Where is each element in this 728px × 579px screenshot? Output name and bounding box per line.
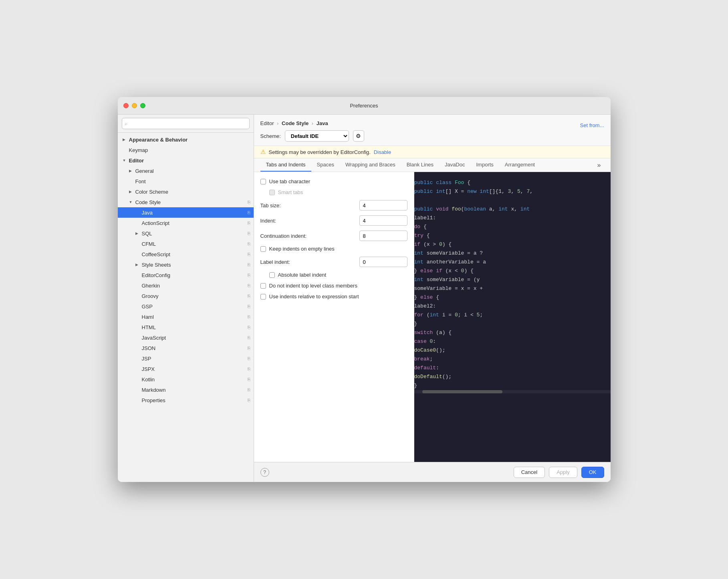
titlebar: Preferences xyxy=(118,97,611,115)
sidebar-item-coffeescript[interactable]: CoffeeScript⎘ xyxy=(118,249,254,259)
keep-indents-row: Keep indents on empty lines xyxy=(260,246,407,252)
code-scrollbar[interactable] xyxy=(414,390,611,393)
tabs-more-button[interactable]: » xyxy=(594,160,604,170)
breadcrumb: Editor › Code Style › Java xyxy=(260,120,328,126)
code-line: default: xyxy=(414,364,611,373)
keep-indents-label: Keep indents on empty lines xyxy=(269,246,335,252)
tab-blank-lines[interactable]: Blank Lines xyxy=(401,158,439,172)
no-indent-top-level-label: Do not indent top level class members xyxy=(269,283,357,289)
smart-tabs-label: Smart tabs xyxy=(278,189,303,195)
code-line: label2: xyxy=(414,302,611,311)
sidebar-item-sql[interactable]: ▶SQL⎘ xyxy=(118,228,254,239)
sidebar-item-style-sheets[interactable]: ▶Style Sheets⎘ xyxy=(118,259,254,270)
sidebar-item-gsp[interactable]: GSP⎘ xyxy=(118,301,254,312)
use-indents-relative-checkbox[interactable] xyxy=(260,294,266,300)
breadcrumb-sep1: › xyxy=(277,120,280,126)
tab-size-input[interactable] xyxy=(359,200,407,211)
tab-javadoc[interactable]: JavaDoc xyxy=(439,158,471,172)
code-line: int someVariable = a ? xyxy=(414,249,611,258)
search-wrap: ⌕ xyxy=(122,118,250,129)
use-indents-relative-label: Use indents relative to expression start xyxy=(269,294,359,300)
tab-arrangement[interactable]: Arrangement xyxy=(499,158,540,172)
cancel-button[interactable]: Cancel xyxy=(514,467,545,478)
tab-wrapping[interactable]: Wrapping and Braces xyxy=(340,158,401,172)
tab-imports[interactable]: Imports xyxy=(470,158,499,172)
code-line: } xyxy=(414,381,611,390)
set-from-link[interactable]: Set from... xyxy=(580,122,604,128)
sidebar-item-javascript[interactable]: JavaScript⎘ xyxy=(118,332,254,343)
code-line: break; xyxy=(414,355,611,364)
sidebar-item-editor[interactable]: ▼Editor xyxy=(118,155,254,166)
breadcrumb-sep2: › xyxy=(312,120,315,126)
breadcrumb-codestyle: Code Style xyxy=(282,120,309,126)
code-line: do { xyxy=(414,223,611,231)
sidebar-item-cfml[interactable]: CFML⎘ xyxy=(118,239,254,249)
gear-button[interactable]: ⚙ xyxy=(353,130,364,142)
settings-area: Use tab character Smart tabs Tab size: xyxy=(254,172,414,462)
tab-size-row: Tab size: xyxy=(260,200,407,211)
continuation-indent-label: Continuation indent: xyxy=(260,233,359,239)
absolute-label-indent-label: Absolute label indent xyxy=(278,272,327,278)
sidebar-item-properties[interactable]: Properties⎘ xyxy=(118,395,254,405)
code-line: switch (a) { xyxy=(414,328,611,337)
sidebar-item-kotlin[interactable]: Kotlin⎘ xyxy=(118,374,254,385)
code-line xyxy=(414,196,611,205)
indent-input[interactable] xyxy=(359,215,407,226)
label-indent-input[interactable] xyxy=(359,257,407,267)
keep-indents-checkbox[interactable] xyxy=(260,246,266,252)
sidebar-item-appearance[interactable]: ▶Appearance & Behavior xyxy=(118,134,254,145)
use-tab-character-checkbox[interactable] xyxy=(260,179,266,184)
code-line: } xyxy=(414,320,611,328)
sidebar-item-json[interactable]: JSON⎘ xyxy=(118,343,254,353)
sidebar-item-html[interactable]: HTML⎘ xyxy=(118,322,254,332)
sidebar-item-java[interactable]: Java⎘ xyxy=(118,207,254,218)
smart-tabs-row: Smart tabs xyxy=(260,189,407,195)
label-indent-row: Label indent: xyxy=(260,257,407,267)
no-indent-top-level-row: Do not indent top level class members xyxy=(260,283,407,289)
sidebar-tree: ▶Appearance & BehaviorKeymap▼Editor▶Gene… xyxy=(118,133,254,482)
warning-icon: ⚠ xyxy=(260,148,266,156)
sidebar-item-groovy[interactable]: Groovy⎘ xyxy=(118,291,254,301)
tab-tabs-indents[interactable]: Tabs and Indents xyxy=(260,158,311,172)
sidebar-item-gherkin[interactable]: Gherkin⎘ xyxy=(118,280,254,291)
apply-button[interactable]: Apply xyxy=(549,467,577,478)
bottom-bar: ? Cancel Apply OK xyxy=(254,462,611,482)
close-button[interactable] xyxy=(123,103,129,108)
sidebar-item-keymap[interactable]: Keymap xyxy=(118,145,254,155)
maximize-button[interactable] xyxy=(140,103,145,108)
sidebar-item-editorconfig[interactable]: EditorConfig⎘ xyxy=(118,270,254,280)
tab-spaces[interactable]: Spaces xyxy=(311,158,340,172)
code-line: int someVariable = (y xyxy=(414,275,611,284)
sidebar-item-general[interactable]: ▶General xyxy=(118,166,254,176)
absolute-label-indent-checkbox[interactable] xyxy=(269,272,275,278)
code-line: case 0: xyxy=(414,337,611,346)
sidebar-item-jsp[interactable]: JSP⎘ xyxy=(118,353,254,364)
sidebar-item-haml[interactable]: Haml⎘ xyxy=(118,312,254,322)
help-button[interactable]: ? xyxy=(260,468,269,477)
smart-tabs-checkbox[interactable] xyxy=(269,190,275,195)
sidebar-item-actionscript[interactable]: ActionScript⎘ xyxy=(118,218,254,228)
use-tab-character-label: Use tab character xyxy=(269,178,311,184)
scheme-label: Scheme: xyxy=(260,133,281,139)
code-line: if (x > 0) { xyxy=(414,240,611,249)
window-title: Preferences xyxy=(350,103,378,109)
sidebar-item-jspx[interactable]: JSPX⎘ xyxy=(118,364,254,374)
tabs-row: Tabs and IndentsSpacesWrapping and Brace… xyxy=(254,158,611,172)
absolute-label-indent-row: Absolute label indent xyxy=(260,272,407,278)
search-input[interactable] xyxy=(122,118,250,129)
disable-link[interactable]: Disable xyxy=(374,149,391,155)
sidebar-item-color-scheme[interactable]: ▶Color Scheme xyxy=(118,186,254,197)
sidebar-item-font[interactable]: Font xyxy=(118,176,254,186)
indent-row: Indent: xyxy=(260,215,407,226)
panel-body: Use tab character Smart tabs Tab size: xyxy=(254,172,611,462)
ok-button[interactable]: OK xyxy=(581,467,604,478)
sidebar-item-markdown[interactable]: Markdown⎘ xyxy=(118,385,254,395)
continuation-indent-input[interactable] xyxy=(359,231,407,241)
code-line: } else if (x < 0) { xyxy=(414,267,611,275)
no-indent-top-level-checkbox[interactable] xyxy=(260,283,266,289)
panel-header: Editor › Code Style › Java Set from... S… xyxy=(254,115,611,146)
code-line: doCase0(); xyxy=(414,346,611,355)
minimize-button[interactable] xyxy=(132,103,137,108)
scheme-select[interactable]: Default IDE xyxy=(285,130,349,142)
sidebar-item-code-style[interactable]: ▼Code Style⎘ xyxy=(118,197,254,207)
